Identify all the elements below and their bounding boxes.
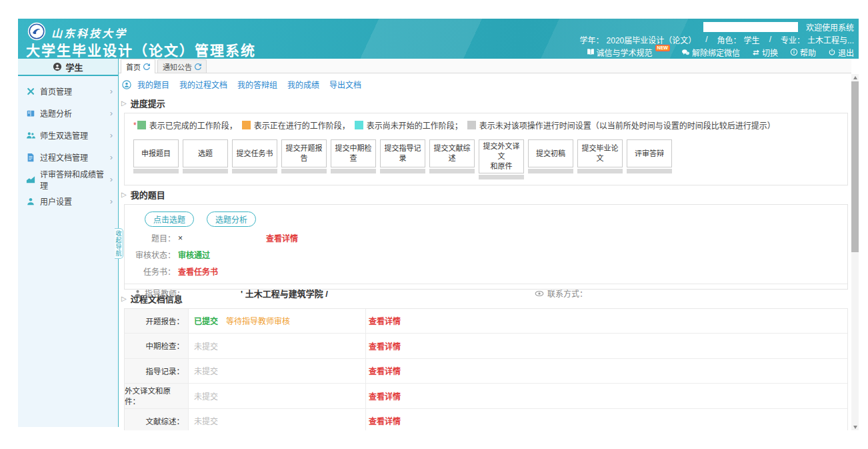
username-redacted bbox=[703, 22, 798, 32]
stage-declare-topic: 申报题目 bbox=[133, 139, 179, 179]
stage-status-strip bbox=[528, 169, 573, 173]
user-icon bbox=[26, 197, 35, 206]
table-row-literature-review: 文献综述： 未提交 查看详情 bbox=[125, 409, 847, 430]
sidebar-menu: 首页管理 › 选题分析 › 师生双选管理 › bbox=[18, 76, 118, 212]
student-avatar-icon bbox=[122, 80, 131, 89]
tools-icon bbox=[26, 87, 35, 96]
click-select-topic-button[interactable]: 点击选题 bbox=[145, 211, 194, 227]
role-label: 角色： bbox=[717, 34, 741, 45]
chevron-right-icon: › bbox=[110, 109, 113, 117]
sidebar-item-home-management[interactable]: 首页管理 › bbox=[18, 80, 118, 102]
topic-buttons: 点击选题 选题分析 bbox=[125, 211, 847, 227]
major-label: 专业： bbox=[781, 34, 805, 45]
sidebar: 学生 首页管理 › 选题分析 › 师生双选管理 bbox=[18, 59, 119, 427]
meta-row: 学年：2020届毕业设计（论文） / 角色：学生 / 专业：土木工程与... bbox=[577, 33, 854, 45]
link-my-defense-group[interactable]: 我的答辩组 bbox=[237, 79, 277, 90]
view-detail-link[interactable]: 查看详情 bbox=[369, 365, 401, 376]
sidebar-item-mutual-selection[interactable]: 师生双选管理 › bbox=[18, 124, 118, 146]
app-header: 山东科技大学 大学生毕业设计（论文）管理系统 欢迎使用系统 学年：2020届毕业… bbox=[18, 19, 859, 59]
switch-icon bbox=[752, 48, 760, 56]
separator: / bbox=[769, 35, 771, 44]
table-row-opening-report: 开题报告： 已提交 等待指导教师审核 查看详情 bbox=[125, 309, 847, 334]
scroll-down-arrow[interactable] bbox=[851, 424, 859, 430]
person-icon bbox=[133, 289, 142, 298]
people-icon bbox=[26, 131, 35, 140]
logout-link[interactable]: 退出 bbox=[828, 47, 854, 58]
person-badge-icon bbox=[53, 62, 62, 71]
link-my-grades[interactable]: 我的成绩 bbox=[287, 79, 319, 90]
stage-status-strip bbox=[380, 169, 425, 173]
view-detail-link[interactable]: 查看详情 bbox=[369, 415, 401, 426]
refresh-icon[interactable] bbox=[143, 63, 150, 70]
session-label: 学年： bbox=[580, 34, 604, 45]
stage-status-strip bbox=[133, 169, 179, 173]
stage-literature-review: 提交文献综述 bbox=[429, 139, 475, 179]
chevron-right-icon: › bbox=[110, 197, 113, 205]
sidebar-item-topic-analysis[interactable]: 选题分析 › bbox=[18, 102, 118, 124]
integrity-link[interactable]: 诚信与学术规范 NEW bbox=[587, 47, 669, 58]
legend-swatch-done bbox=[137, 121, 146, 129]
status-not-submitted: 未提交 bbox=[194, 340, 218, 352]
section-my-topic-header: ▷ 我的题目 bbox=[121, 188, 851, 201]
status-not-submitted: 未提交 bbox=[194, 390, 218, 402]
chevron-right-icon: › bbox=[110, 87, 113, 95]
university-name: 山东科技大学 bbox=[51, 25, 127, 41]
view-task-book-link[interactable]: 查看任务书 bbox=[178, 266, 218, 277]
advisor-department: ' 土木工程与建筑学院 / bbox=[241, 287, 328, 300]
stage-status-strip bbox=[232, 169, 277, 173]
help-icon bbox=[790, 48, 798, 56]
new-badge: NEW bbox=[655, 45, 670, 51]
chevron-right-icon: › bbox=[110, 153, 113, 161]
triangle-icon: ▷ bbox=[121, 191, 127, 198]
unbind-wechat-link[interactable]: 解除绑定微信 bbox=[681, 47, 740, 58]
contact-info: 联系方式： bbox=[535, 288, 587, 299]
topic-analysis-button[interactable]: 选题分析 bbox=[207, 211, 256, 227]
refresh-icon[interactable] bbox=[195, 63, 201, 70]
progress-stages: 申报题目 选题 提交任务书 提交开题报告 提交中期检查 提交指导记录 提交文献综… bbox=[133, 139, 847, 179]
vertical-scrollbar[interactable] bbox=[851, 74, 859, 430]
sidebar-item-process-documents[interactable]: 过程文档管理 › bbox=[18, 146, 118, 168]
collapse-nav-tab[interactable]: 收起导航 bbox=[115, 228, 123, 259]
stage-status-strip bbox=[331, 169, 376, 173]
stage-first-draft: 提交初稿 bbox=[528, 139, 573, 179]
section-progress-header: ▷ 进度提示 bbox=[121, 97, 851, 109]
eye-icon bbox=[535, 290, 544, 298]
stage-status-strip bbox=[281, 169, 327, 173]
main-content: 首页 通知公告 我的题目 我的过程文档 我的答辩组 我的成绩 导出文档 bbox=[119, 59, 851, 430]
stage-status-strip bbox=[627, 169, 672, 173]
switch-link[interactable]: 切换 bbox=[752, 47, 778, 58]
view-topic-detail-link[interactable]: 查看详情 bbox=[266, 232, 298, 244]
help-link[interactable]: 帮助 bbox=[790, 47, 816, 58]
tab-bar: 首页 通知公告 bbox=[119, 59, 851, 73]
legend-swatch-inprogress bbox=[242, 121, 251, 129]
tab-home[interactable]: 首页 bbox=[121, 59, 155, 73]
sidebar-item-review-defense-grades[interactable]: 评审答辩和成绩管理 › bbox=[18, 168, 118, 190]
link-export-documents[interactable]: 导出文档 bbox=[329, 79, 361, 90]
link-my-process-documents[interactable]: 我的过程文档 bbox=[179, 79, 227, 90]
table-row-guidance-record: 指导记录： 未提交 查看详情 bbox=[125, 359, 847, 384]
advisor-row: 指导教师： ' 土木工程与建筑学院 / 联系方式： bbox=[125, 284, 847, 303]
chevron-right-icon: › bbox=[110, 131, 113, 139]
sidebar-item-user-settings[interactable]: 用户设置 › bbox=[18, 190, 118, 212]
legend-swatch-noschedule bbox=[467, 121, 476, 129]
welcome-text: 欢迎使用系统 bbox=[806, 21, 854, 33]
stage-status-strip bbox=[479, 175, 524, 179]
view-detail-link[interactable]: 查看详情 bbox=[369, 340, 401, 352]
link-my-topic[interactable]: 我的题目 bbox=[137, 79, 169, 90]
scrollbar-thumb[interactable] bbox=[851, 81, 859, 252]
header-nav-row: 诚信与学术规范 NEW 解除绑定微信 切换 bbox=[577, 46, 854, 58]
chart-icon bbox=[26, 175, 35, 184]
view-detail-link[interactable]: 查看详情 bbox=[369, 315, 401, 326]
tab-announcements[interactable]: 通知公告 bbox=[157, 59, 207, 73]
system-title: 大学生毕业设计（论文）管理系统 bbox=[26, 39, 256, 59]
scroll-up-arrow[interactable] bbox=[851, 74, 859, 81]
stage-status-strip bbox=[577, 169, 623, 173]
status-submitted: 已提交 bbox=[194, 315, 218, 326]
status-not-submitted: 未提交 bbox=[194, 415, 218, 426]
major-value: 土木工程与... bbox=[807, 34, 854, 45]
stage-midterm-check: 提交中期检查 bbox=[331, 139, 376, 179]
view-detail-link[interactable]: 查看详情 bbox=[369, 390, 401, 402]
sidebar-role-label: 学生 bbox=[65, 61, 83, 73]
quick-links: 我的题目 我的过程文档 我的答辩组 我的成绩 导出文档 bbox=[119, 73, 851, 94]
triangle-icon: ▷ bbox=[121, 99, 127, 107]
